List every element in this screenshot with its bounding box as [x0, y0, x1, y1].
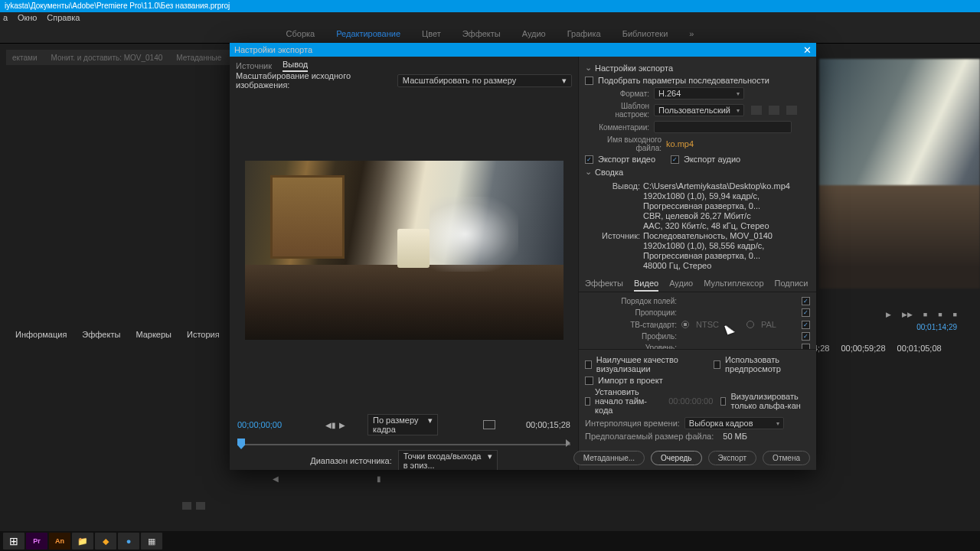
lp-effects[interactable]: Эффекты	[82, 330, 120, 339]
twirl-icon[interactable]: ⌄	[585, 63, 592, 73]
match-sequence-check[interactable]	[585, 77, 593, 85]
preview-tabs: Источник Вывод	[230, 57, 578, 72]
range-select[interactable]: Точки входа/выхода в эпиз...▾	[398, 450, 498, 470]
ws-audio[interactable]: Аудио	[522, 29, 546, 38]
taskbar-blender[interactable]: ◆	[95, 533, 116, 549]
preset-select[interactable]: Пользовательский▾	[654, 104, 744, 116]
stab-audio[interactable]: Аудио	[669, 279, 693, 292]
pm-play-icon[interactable]: ▶	[886, 311, 891, 318]
import-preset-icon[interactable]	[769, 106, 779, 115]
dialog-preview-pane: Источник Вывод Масштабирование исходного…	[230, 57, 579, 470]
pm-btn5[interactable]: ■	[953, 311, 957, 318]
format-select[interactable]: H.264▾	[654, 87, 744, 99]
stab-mux[interactable]: Мультиплексор	[704, 279, 763, 292]
output-name-link[interactable]: ko.mp4	[666, 139, 694, 148]
interp-select[interactable]: Выборка кадров▾	[684, 417, 784, 429]
queue-button[interactable]: Очередь	[651, 451, 702, 465]
ws-graphics[interactable]: Графика	[567, 29, 601, 38]
prev-frame-icon[interactable]: ◀▮	[325, 421, 336, 429]
profile-label: Профиль:	[585, 332, 677, 341]
taskbar-premiere[interactable]: Pr	[26, 533, 47, 549]
comments-input[interactable]	[654, 121, 792, 133]
ws-libraries[interactable]: Библиотеки	[622, 29, 668, 38]
menu-a[interactable]: а	[3, 13, 8, 22]
alpha-only-check[interactable]	[720, 397, 726, 406]
preview-fit-select[interactable]: По размеру кадра▾	[368, 414, 438, 435]
preview-timecode-in[interactable]: 00;00;00;00	[237, 420, 282, 429]
timeline-ruler[interactable]: 4;28 00;00;59;28 00;01;05;08	[813, 344, 974, 354]
taskbar-animate[interactable]: An	[49, 533, 70, 549]
bg-tab-3[interactable]: Метаданные	[176, 54, 221, 62]
export-settings-dialog: Настройки экспорта ✕ Источник Вывод Масш…	[230, 43, 816, 470]
app-menubar[interactable]: а Окно Справка	[0, 12, 980, 24]
seq-out-icon[interactable]: ▮	[377, 474, 384, 482]
export-audio-check[interactable]	[671, 155, 679, 164]
menu-window[interactable]: Окно	[18, 13, 38, 22]
ws-assembly[interactable]: Сборка	[286, 29, 315, 38]
pal-radio[interactable]	[746, 321, 754, 328]
lp-markers[interactable]: Маркеры	[136, 330, 172, 339]
twirl-icon[interactable]: ⌄	[585, 167, 592, 177]
range-label: Диапазон источника:	[310, 456, 391, 465]
preview-scrubber[interactable]	[237, 438, 570, 452]
pm-next-icon[interactable]: ▶▶	[902, 311, 913, 318]
menu-help[interactable]: Справка	[47, 13, 80, 22]
pm-btn4[interactable]: ■	[938, 311, 942, 318]
save-preset-icon[interactable]	[751, 106, 762, 115]
set-tc-label: Установить начало тайм-кода	[595, 387, 661, 415]
seq-in-icon[interactable]: ◀	[273, 474, 280, 482]
stab-captions[interactable]: Подписи	[775, 279, 808, 292]
delete-preset-icon[interactable]	[786, 106, 797, 115]
ntsc-radio[interactable]	[681, 321, 689, 328]
taskbar-app5[interactable]: ●	[118, 533, 139, 549]
export-audio-label: Экспорт аудио	[684, 155, 740, 164]
play-icon[interactable]: ▶	[339, 421, 345, 429]
profile-lock[interactable]	[802, 332, 810, 341]
dialog-close-icon[interactable]: ✕	[803, 44, 812, 56]
out-point-icon[interactable]	[566, 439, 570, 447]
level-label: Уровень:	[585, 344, 677, 349]
set-tc-check[interactable]	[585, 397, 590, 406]
export-video-check[interactable]	[585, 155, 593, 164]
summary-output: Вывод:C:\Users\Artemiykasta\Desktop\ko.m…	[585, 180, 810, 272]
tvstd-lock[interactable]	[802, 321, 810, 329]
program-monitor-preview	[819, 59, 980, 289]
import-project-check[interactable]	[585, 377, 593, 385]
stab-effects[interactable]: Эффекты	[585, 279, 623, 292]
lp-info[interactable]: Информация	[15, 330, 67, 339]
export-button[interactable]: Экспорт	[708, 451, 757, 465]
taskbar-app6[interactable]: ▦	[141, 533, 162, 549]
stab-video[interactable]: Видео	[634, 279, 658, 292]
scale-select[interactable]: Масштабировать по размеру▾	[397, 74, 572, 87]
video-preview	[245, 161, 564, 340]
bg-tab-1[interactable]: ектами	[12, 54, 38, 62]
windows-taskbar[interactable]: ⊞ Pr An 📁 ◆ ● ▦	[0, 531, 980, 551]
dialog-titlebar[interactable]: Настройки экспорта ✕	[230, 43, 816, 57]
pm-btn3[interactable]: ■	[923, 311, 927, 318]
video-settings: Порядок полей: Пропорции: ТВ-стандарт: N…	[579, 292, 816, 349]
start-button[interactable]: ⊞	[3, 533, 24, 549]
program-monitor-controls: ▶ ▶▶ ■ ■ ■	[819, 308, 957, 321]
level-lock[interactable]	[802, 344, 810, 349]
use-preview-check[interactable]	[714, 360, 720, 369]
lp-history[interactable]: История	[187, 330, 220, 339]
ws-editing[interactable]: Редактирование	[336, 29, 400, 38]
ws-more-icon[interactable]: »	[689, 29, 694, 38]
export-settings-head: Настройки экспорта	[595, 64, 673, 73]
max-quality-check[interactable]	[585, 360, 592, 369]
match-sequence-label: Подобрать параметры последовательности	[598, 76, 769, 85]
aspect-lock[interactable]	[802, 308, 810, 317]
metadata-button[interactable]: Метаданные...	[573, 451, 645, 465]
tab-output[interactable]: Вывод	[283, 60, 308, 72]
field-order-lock[interactable]	[802, 297, 810, 305]
ws-color[interactable]: Цвет	[422, 29, 441, 38]
outname-label: Имя выходного файла:	[585, 135, 662, 152]
playhead-icon[interactable]	[237, 439, 245, 449]
bg-tab-2[interactable]: Монит. и доставить: MOV_0140	[51, 54, 163, 62]
taskbar-explorer[interactable]: 📁	[72, 533, 93, 549]
aspect-icon[interactable]	[483, 420, 495, 429]
sequence-markers: ◀ ▮	[273, 473, 387, 484]
ws-effects[interactable]: Эффекты	[462, 29, 501, 38]
tab-source[interactable]: Источник	[236, 61, 272, 72]
cancel-button[interactable]: Отмена	[763, 451, 810, 465]
